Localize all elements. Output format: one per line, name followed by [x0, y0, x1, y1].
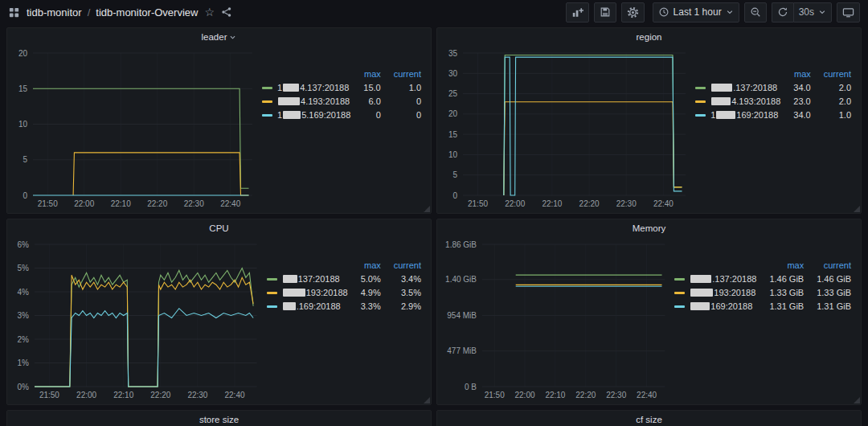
- svg-text:22:30: 22:30: [184, 199, 204, 208]
- panel-title-bar[interactable]: CPU: [7, 219, 431, 237]
- series-color-dash: [262, 87, 272, 89]
- svg-text:2%: 2%: [18, 335, 30, 344]
- legend-max-value: 5.0%: [348, 272, 381, 285]
- share-icon[interactable]: [221, 6, 232, 18]
- legend-table: maxcurrent.137:201881.46 GiB1.46 GiB193:…: [674, 258, 851, 313]
- svg-text:0: 0: [452, 191, 457, 200]
- legend-current-value: 2.0: [811, 94, 851, 108]
- legend-header-max[interactable]: max: [350, 67, 380, 80]
- add-panel-icon: [571, 6, 583, 18]
- panel-memory: Memory 0 B477 MiB954 MiB1.40 GiB1.86 GiB…: [436, 219, 862, 405]
- refresh-interval-button[interactable]: 30s: [793, 2, 832, 23]
- legend-row: 4.193:201886.00: [262, 94, 421, 108]
- svg-text:22:30: 22:30: [616, 199, 637, 208]
- dashboard-settings-button[interactable]: [621, 2, 645, 23]
- zoom-out-icon: [750, 6, 761, 18]
- svg-text:954 MiB: 954 MiB: [447, 311, 477, 320]
- chart-area: 0510152025303521:5022:0022:1022:2022:302…: [442, 46, 690, 210]
- breadcrumb-separator: /: [88, 6, 91, 18]
- svg-text:22:20: 22:20: [147, 199, 167, 208]
- panel-title: cf size: [636, 415, 662, 424]
- panel-legend: maxcurrent137:201885.0%3.4%193:201884.9%…: [267, 258, 421, 404]
- svg-text:22:00: 22:00: [514, 391, 534, 399]
- legend-series-label[interactable]: 4.193:20188: [262, 94, 350, 108]
- legend-max-value: 1.33 GiB: [756, 285, 804, 299]
- save-dashboard-button[interactable]: [594, 2, 616, 23]
- dashboards-grid-icon[interactable]: [8, 6, 20, 18]
- svg-text:5: 5: [452, 170, 457, 179]
- legend-current-value: 0: [381, 94, 421, 108]
- legend-header-max[interactable]: max: [756, 258, 804, 272]
- add-panel-button[interactable]: [566, 2, 589, 23]
- legend-current-value: 2.0: [811, 80, 851, 94]
- svg-text:22:10: 22:10: [113, 391, 133, 399]
- legend-series-label[interactable]: 137:20188: [267, 272, 348, 285]
- legend-current-value: 1.31 GiB: [804, 299, 851, 313]
- panel-title-bar[interactable]: region: [437, 28, 861, 46]
- panel-region: region 0510152025303521:5022:0022:1022:2…: [436, 27, 862, 214]
- redacted-text: [711, 97, 731, 105]
- legend-row: .137:201881.46 GiB1.46 GiB: [674, 272, 851, 285]
- legend-max-value: 1.31 GiB: [756, 299, 804, 313]
- svg-text:5: 5: [23, 155, 27, 164]
- legend-series-label[interactable]: 4.193:20188: [695, 94, 780, 108]
- legend-series-label[interactable]: .169:20188: [267, 299, 348, 313]
- legend-max-value: 3.3%: [348, 299, 381, 313]
- chart-area: 0 B477 MiB954 MiB1.40 GiB1.86 GiB21:5022…: [442, 237, 669, 401]
- legend-row: 169:201881.31 GiB1.31 GiB: [674, 299, 851, 313]
- legend-max-value: 34.0: [780, 108, 810, 121]
- svg-text:22:20: 22:20: [150, 391, 170, 399]
- legend-series-label[interactable]: 1169:20188: [695, 108, 780, 121]
- legend-table: maxcurrent14.137:2018815.01.04.193:20188…: [262, 67, 421, 121]
- star-dashboard-icon[interactable]: ☆: [204, 6, 215, 18]
- legend-header-current[interactable]: current: [804, 258, 851, 272]
- time-picker-button[interactable]: Last 1 hour: [653, 2, 739, 23]
- legend-header-current[interactable]: current: [811, 67, 851, 80]
- refresh-dashboard-button[interactable]: [772, 2, 793, 23]
- legend-row: 1169:2018834.01.0: [695, 108, 851, 121]
- breadcrumb-folder[interactable]: tidb-monitor: [27, 6, 82, 18]
- panel-title-bar[interactable]: store size: [7, 411, 431, 426]
- svg-text:10: 10: [18, 120, 28, 129]
- panel-menu-chevron-icon[interactable]: [229, 34, 236, 41]
- svg-text:22:30: 22:30: [606, 391, 626, 399]
- legend-series-label[interactable]: 14.137:20188: [262, 80, 350, 94]
- legend-current-value: 0: [381, 108, 421, 121]
- svg-text:15: 15: [448, 130, 458, 139]
- legend-series-label[interactable]: 15.169:20188: [262, 108, 350, 121]
- series-color-dash: [267, 305, 277, 308]
- redacted-text: [283, 84, 299, 92]
- legend-table: maxcurrent137:201885.0%3.4%193:201884.9%…: [267, 258, 421, 313]
- legend-series-label[interactable]: .137:20188: [674, 272, 756, 285]
- svg-text:4%: 4%: [18, 288, 30, 297]
- panel-title-bar[interactable]: Memory: [437, 219, 861, 237]
- svg-text:22:10: 22:10: [111, 199, 131, 208]
- zoom-out-time-button[interactable]: [744, 2, 767, 23]
- panel-title-bar[interactable]: cf size: [437, 411, 861, 426]
- chevron-down-icon: [818, 8, 826, 16]
- legend-series-label[interactable]: .137:20188: [695, 80, 780, 94]
- chart-area: 0%1%2%3%4%5%6%21:5022:0022:1022:2022:302…: [12, 237, 262, 401]
- svg-text:1%: 1%: [18, 358, 30, 367]
- legend-header-max[interactable]: max: [780, 67, 810, 80]
- redacted-text: [716, 111, 735, 119]
- refresh-interval-label: 30s: [799, 6, 814, 18]
- legend-current-value: 1.0: [811, 108, 851, 121]
- time-series-chart: 0%1%2%3%4%5%6%21:5022:0022:1022:2022:302…: [12, 237, 262, 401]
- legend-series-label[interactable]: 169:20188: [674, 299, 756, 313]
- panel-legend: maxcurrent14.137:2018815.01.04.193:20188…: [262, 67, 421, 213]
- legend-header-current[interactable]: current: [381, 258, 421, 272]
- legend-row: 15.169:2018800: [262, 108, 421, 121]
- legend-header-max[interactable]: max: [348, 258, 381, 272]
- panel-title-bar[interactable]: leader: [7, 28, 431, 46]
- navbar: tidb-monitor / tidb-monitor-Overview ☆: [0, 0, 868, 24]
- legend-header-current[interactable]: current: [381, 67, 421, 80]
- kiosk-mode-button[interactable]: [837, 2, 860, 23]
- legend-series-label[interactable]: 193:20188: [674, 285, 756, 299]
- svg-text:0: 0: [23, 191, 27, 200]
- svg-text:477 MiB: 477 MiB: [447, 346, 477, 355]
- legend-series-label[interactable]: 193:20188: [267, 285, 348, 299]
- panel-cf-size: cf size: [436, 410, 862, 426]
- breadcrumb-page-title[interactable]: tidb-monitor-Overview: [96, 6, 198, 18]
- redacted-text: [283, 275, 297, 283]
